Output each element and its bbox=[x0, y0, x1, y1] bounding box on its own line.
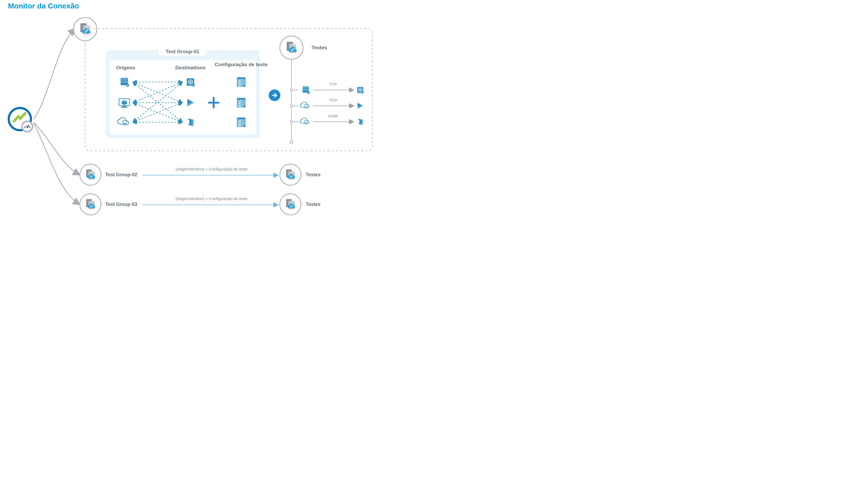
root-monitor-icon bbox=[9, 108, 33, 132]
dest-globe-icon bbox=[187, 78, 195, 87]
config-icon-3 bbox=[237, 118, 245, 127]
test-dest-dyn-icon bbox=[358, 103, 363, 109]
config-icon-1 bbox=[237, 77, 245, 87]
test-proto-1: TTP bbox=[330, 82, 337, 87]
tg3-label: Test Group-03 bbox=[105, 202, 137, 207]
test-row-3: ICMP bbox=[290, 114, 363, 125]
tg2-mid: (origem/destino) + Configuração de teste bbox=[176, 167, 248, 171]
diagram-canvas: Monitor da Conexão Test Group-01 Origens… bbox=[0, 0, 381, 217]
row-test-group-02: Test Group-02 (origem/destino) + Configu… bbox=[80, 164, 320, 185]
test-dest-off-icon bbox=[358, 119, 363, 125]
test-src-vm-icon bbox=[303, 86, 310, 94]
page-title: Monitor da Conexão bbox=[8, 2, 79, 10]
svg-point-45 bbox=[290, 105, 293, 107]
svg-point-42 bbox=[290, 89, 293, 91]
svg-point-22 bbox=[27, 127, 28, 128]
row-test-group-03: Test Group-03 (origem/destino) + Configu… bbox=[80, 194, 320, 215]
test-dest-globe-icon bbox=[357, 87, 364, 94]
test-row-1: TTP bbox=[290, 82, 364, 94]
test-row-2: TCP bbox=[290, 98, 363, 109]
svg-point-48 bbox=[290, 120, 293, 123]
col-destinations: Destinations bbox=[175, 65, 206, 71]
test-src-cloud-icon-a bbox=[300, 102, 309, 108]
config-icon-2 bbox=[237, 98, 245, 107]
col-sources: Origens bbox=[116, 65, 135, 71]
test-proto-3: ICMP bbox=[328, 114, 338, 118]
branch-to-group1 bbox=[34, 29, 75, 119]
tests-header-label: Testes bbox=[311, 45, 327, 50]
tg3-right: Testes bbox=[306, 202, 320, 207]
tg3-mid: (origem/destino) + Configuração de teste bbox=[176, 196, 248, 201]
tg1-title: Test Group-01 bbox=[166, 49, 199, 54]
derive-arrow-icon bbox=[269, 89, 281, 101]
node-tests-header bbox=[280, 36, 303, 59]
branch-to-group2 bbox=[34, 122, 79, 175]
test-src-cloud-icon-b bbox=[300, 118, 309, 124]
test-group-01-card: Test Group-01 Origens Destinations Confi… bbox=[106, 47, 268, 138]
tests-tree-more-dot bbox=[290, 140, 293, 143]
test-proto-2: TCP bbox=[329, 98, 337, 103]
svg-rect-25 bbox=[110, 60, 256, 135]
branch-to-group3 bbox=[34, 123, 79, 204]
tg2-right: Testes bbox=[306, 172, 320, 177]
tg2-label: Test Group-02 bbox=[105, 172, 137, 177]
col-config-1: Configuração de teste bbox=[215, 62, 268, 67]
